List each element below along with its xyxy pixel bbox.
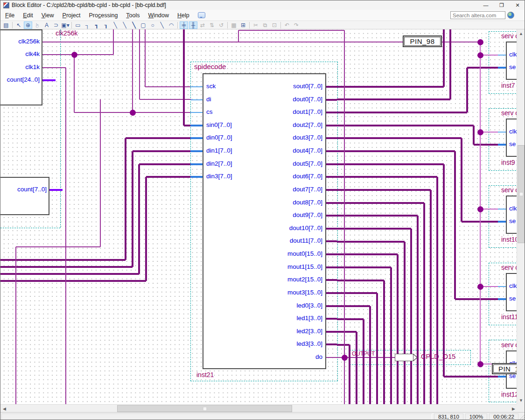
instance-label[interactable]: inst12 [501, 391, 518, 398]
wire-segment[interactable] [337, 228, 411, 230]
node-line-tool-icon[interactable]: ╲ [111, 21, 119, 29]
serv-op-block[interactable] [506, 196, 518, 234]
bus-line-tool-icon[interactable]: ╲ [120, 21, 129, 29]
wire-segment[interactable] [356, 332, 357, 404]
wire-segment[interactable] [444, 376, 498, 378]
wire-segment[interactable] [410, 229, 412, 404]
input-pin-stub[interactable] [190, 176, 203, 178]
menu-edit[interactable]: Edit [19, 11, 37, 20]
clk-pin-stub[interactable] [498, 286, 506, 287]
serv-op-block[interactable] [506, 119, 518, 157]
wire-segment[interactable] [454, 151, 456, 299]
clk-pin-stub[interactable] [498, 209, 506, 210]
wire-segment[interactable] [146, 176, 191, 178]
se-pin-stub[interactable] [498, 221, 506, 223]
line-tool-icon[interactable]: ╲ [158, 21, 166, 29]
wire-segment[interactable] [65, 68, 66, 404]
output-connector-symbol[interactable] [395, 354, 413, 361]
spidecode-block[interactable] [203, 73, 326, 369]
input-pin-stub[interactable] [190, 137, 203, 139]
wire-segment[interactable] [337, 266, 391, 268]
orthogonal-node-tool-icon[interactable]: ┐ [83, 21, 91, 29]
wire-segment[interactable] [461, 138, 462, 222]
output-pin-stub[interactable] [326, 279, 337, 281]
wire-segment[interactable] [132, 151, 133, 267]
instance-label[interactable]: inst10 [501, 236, 518, 243]
wire-segment[interactable] [349, 345, 350, 404]
menu-tools[interactable]: Tools [122, 11, 143, 20]
schematic-canvas[interactable]: clk256kclk4kclk1kcount[24..0]count[7..0]… [0, 29, 518, 404]
wire-segment[interactable] [337, 253, 398, 255]
wire-segment[interactable] [42, 67, 66, 68]
wire-segment[interactable] [337, 150, 455, 152]
wire-segment[interactable] [113, 29, 114, 55]
wire-segment[interactable] [337, 241, 405, 243]
wire-segment[interactable] [133, 150, 191, 152]
pin-tool-icon[interactable]: ⊃ [52, 21, 60, 29]
wire-segment[interactable] [125, 138, 126, 260]
output-pin-stub[interactable] [326, 343, 337, 345]
instance-label[interactable]: inst7 [501, 82, 515, 89]
menu-processing[interactable]: Processing [85, 11, 122, 20]
serv-op-header[interactable]: serv op [501, 186, 518, 194]
wire-segment[interactable] [337, 125, 474, 126]
close-button[interactable]: ✕ [510, 0, 525, 10]
wire-segment[interactable] [238, 30, 239, 42]
input-pin-stub[interactable] [190, 125, 203, 126]
wire-segment[interactable] [337, 176, 437, 178]
wire-segment[interactable] [138, 164, 140, 274]
wire-segment[interactable] [363, 319, 364, 404]
wire-segment[interactable] [337, 331, 357, 333]
search-globe-icon[interactable] [507, 12, 514, 19]
wire-segment[interactable] [443, 29, 445, 87]
menu-project[interactable]: Project [59, 11, 84, 20]
output-pin-stub[interactable] [326, 253, 337, 255]
output-pin-stub[interactable] [326, 357, 337, 358]
wire-segment[interactable] [474, 144, 498, 146]
input-pin-stub[interactable] [190, 112, 203, 113]
wire-segment[interactable] [15, 247, 16, 404]
wire-segment[interactable] [390, 267, 392, 404]
input-pin-stub[interactable] [190, 99, 203, 100]
wire-segment[interactable] [480, 42, 481, 364]
scroll-left-arrow[interactable]: ◀ [0, 405, 8, 413]
wire-segment[interactable] [145, 177, 147, 281]
wire-segment[interactable] [443, 164, 445, 377]
se-pin-stub[interactable] [498, 144, 506, 146]
wire-segment[interactable] [473, 126, 475, 145]
output-pin-stub[interactable] [326, 305, 337, 307]
wire-segment[interactable] [436, 177, 438, 404]
help-bubble-icon[interactable] [198, 12, 205, 18]
output-pin-stub[interactable] [326, 176, 337, 178]
input-pin-stub[interactable] [190, 86, 203, 87]
wire-segment[interactable] [126, 137, 191, 139]
print-icon[interactable]: ⊞ [239, 21, 247, 29]
output-pin-stub[interactable] [326, 318, 337, 320]
output-pin-stub[interactable] [326, 150, 337, 152]
wire-segment[interactable] [337, 112, 467, 113]
minimize-button[interactable]: — [478, 0, 494, 10]
menu-help[interactable]: Help [174, 11, 193, 20]
conduit-line-tool-icon[interactable]: ╲ [130, 21, 138, 29]
wire-segment[interactable] [337, 189, 431, 191]
output-pin-stub[interactable] [326, 99, 337, 101]
wire-segment[interactable] [337, 163, 444, 165]
serv-op-block[interactable] [506, 273, 518, 311]
wire-segment[interactable] [337, 202, 424, 204]
clk-pin-stub[interactable] [498, 55, 506, 56]
output-pin-stub[interactable] [326, 189, 337, 191]
count-symbol-block[interactable] [0, 177, 49, 215]
wire-segment[interactable] [337, 215, 418, 217]
serv-op-block[interactable] [506, 42, 518, 80]
net-name-label[interactable]: CPLD_O15 [421, 353, 455, 360]
menu-view[interactable]: View [38, 11, 58, 20]
scroll-up-arrow[interactable]: ▲ [517, 29, 525, 37]
selection-tool-icon[interactable]: ↖ [14, 21, 23, 29]
wire-segment[interactable] [397, 254, 399, 404]
input-pin-stub[interactable] [190, 150, 203, 152]
rectangle-tool-icon[interactable]: ▢ [139, 21, 147, 29]
wire-segment[interactable] [337, 98, 450, 100]
wire-segment[interactable] [376, 293, 378, 404]
text-tool-icon[interactable]: A [42, 21, 51, 29]
scroll-down-arrow[interactable]: ▼ [517, 396, 525, 404]
